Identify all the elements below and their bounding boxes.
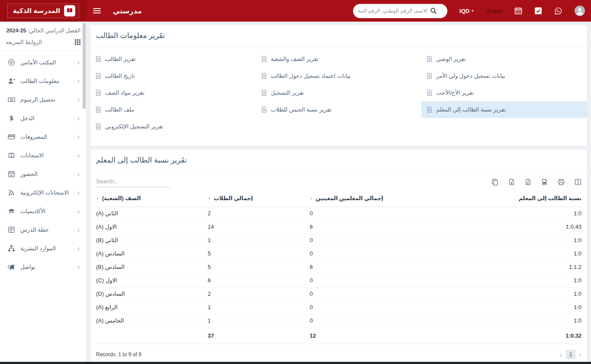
excel-export-icon[interactable] xyxy=(508,179,515,185)
report-link[interactable]: بيانات اعتماد تسجيل دخول الطالب xyxy=(256,67,422,84)
report-link[interactable]: تقرير نسبة الجنس للطلاب xyxy=(256,101,422,118)
prev-page-button[interactable]: ‹ xyxy=(560,351,562,358)
chevron-down-icon: ▼ xyxy=(471,9,474,13)
search-icon[interactable] xyxy=(430,7,437,14)
table-row: الثاني (B)101:0 xyxy=(96,234,581,247)
sidebar-item-2[interactable]: تحصيل الرسوم‹ xyxy=(0,90,86,109)
report-link-active[interactable]: تقرير نسبة الطالب إلى المعلم xyxy=(421,101,587,118)
sidebar-item-1[interactable]: معلومات الطالب‹ xyxy=(0,72,86,90)
document-icon xyxy=(427,89,432,96)
column-header-1[interactable]: ▼إجمالي الطلاب xyxy=(208,191,310,207)
sort-caret-icon: ▼ xyxy=(310,197,313,201)
column-header-2[interactable]: ▼إجمالي المعلمين المعينين xyxy=(310,191,460,207)
document-icon xyxy=(261,73,267,79)
report-link[interactable]: بيانات تسجيل دخول ولي الأمر xyxy=(421,67,587,84)
sidebar-item-8[interactable]: الأكاديميات‹ xyxy=(0,202,86,220)
cell-ratio: 1:0.43 xyxy=(460,220,581,234)
cell-total-teachers: 0 xyxy=(310,207,460,220)
chevron-left-icon: ‹ xyxy=(77,171,80,178)
pdf-export-icon[interactable] xyxy=(541,179,548,185)
cell-total-students: 5 xyxy=(208,261,310,274)
sidebar-item-label: تواصل xyxy=(20,264,35,270)
wireless-icon xyxy=(8,189,16,196)
sidebar-item-label: المكتب الأمامي xyxy=(20,59,56,66)
sidebar-item-10[interactable]: الموارد البشرية‹ xyxy=(0,239,86,258)
cell-class: السادس (A) xyxy=(96,247,208,261)
table-row: الاول (C)601:0 xyxy=(96,274,581,287)
records-count: Records: 1 to 9 of 9 xyxy=(96,351,141,358)
table-row: السادس (D)201:0 xyxy=(96,287,581,301)
report-link[interactable]: تقرير الطالب xyxy=(90,51,256,67)
brand-badge: المدرسة الذكية xyxy=(7,3,80,18)
sidebar-scrollbar[interactable] xyxy=(83,22,86,109)
currency-label: IQD xyxy=(459,8,469,14)
cell-class: الثاني (A) xyxy=(96,207,208,220)
report-link[interactable]: تقرير التسجيل xyxy=(256,84,422,101)
grid-icon[interactable] xyxy=(75,39,80,45)
cell-class: الثاني (B) xyxy=(96,234,208,247)
reports-column-0: تقرير الطالبتاريخ الطالبتقرير مواد الصفم… xyxy=(90,51,256,135)
report-link[interactable]: تقرير مواد الصف xyxy=(90,84,256,101)
whatsapp-icon[interactable] xyxy=(554,7,562,15)
report-link[interactable]: تاريخ الطالب xyxy=(90,67,256,84)
report-link-label: تقرير الوصي xyxy=(436,56,466,62)
sidebar-item-0[interactable]: المكتب الأمامي‹ xyxy=(0,53,86,72)
sidebar-item-6[interactable]: الحضور‹ xyxy=(0,165,86,183)
document-icon xyxy=(427,106,432,113)
report-link[interactable]: ملف الطالب xyxy=(90,101,256,118)
report-link[interactable]: تقرير التسجيل الإلكتروني xyxy=(90,118,256,135)
top-header: المدرسة الذكية مدرستي IQD▼ Arabic xyxy=(0,0,591,22)
column-header-label: نسبة الطالب إلى المعلم xyxy=(519,195,581,201)
cell-total-students: 1 xyxy=(208,314,310,328)
csv-export-icon[interactable] xyxy=(525,179,531,185)
totals-teachers: 12 xyxy=(310,328,460,344)
column-header-0[interactable]: ▼الصف (الشعبة) xyxy=(96,191,208,207)
report-link-label: تقرير نسبة الطالب إلى المعلم xyxy=(436,106,505,113)
graduation-cap-icon xyxy=(8,208,16,215)
reports-column-2: تقرير الوصيبيانات تسجيل دخول ولي الأمرتق… xyxy=(421,51,587,135)
semester-label: الفصل الدراسي الحالي: xyxy=(28,28,80,34)
copy-export-icon[interactable] xyxy=(491,179,498,185)
user-avatar[interactable] xyxy=(575,6,585,16)
report-link-label: بيانات اعتماد تسجيل دخول الطالب xyxy=(271,73,351,79)
table-totals-row: 37121:0.32 xyxy=(96,328,581,344)
current-page-button[interactable]: 1 xyxy=(566,350,575,359)
table-row: السادس (A)501:0 xyxy=(96,247,581,261)
cell-total-teachers: 0 xyxy=(310,247,460,261)
cell-class: الرابع (A) xyxy=(96,301,208,314)
sidebar-item-11[interactable]: تواصل‹ xyxy=(0,258,86,276)
cell-total-teachers: 0 xyxy=(310,274,460,287)
report-link[interactable]: تقرير الوصي xyxy=(421,51,587,67)
cell-total-teachers: 6 xyxy=(310,261,460,274)
menu-toggle-icon[interactable] xyxy=(93,7,101,15)
chevron-left-icon: ‹ xyxy=(77,264,80,271)
report-link-label: تاريخ الطالب xyxy=(105,73,135,79)
sidebar-item-3[interactable]: $الدخل‹ xyxy=(0,109,86,128)
sidebar-item-4[interactable]: المصروفات‹ xyxy=(0,128,86,146)
table-search-input[interactable] xyxy=(96,176,170,187)
chevron-left-icon: ‹ xyxy=(77,115,80,122)
sidebar-item-7[interactable]: الامتحانات الإلكترونية‹ xyxy=(0,183,86,202)
report-link-label: تقرير الطالب xyxy=(105,56,136,62)
calendar-icon[interactable] xyxy=(514,7,522,15)
brand-logo[interactable]: المدرسة الذكية xyxy=(0,0,87,22)
report-link[interactable]: تقرير الصف والشعبة xyxy=(256,51,422,67)
print-export-icon[interactable] xyxy=(558,179,565,185)
currency-dropdown[interactable]: IQD▼ xyxy=(459,8,474,14)
cell-total-students: 1 xyxy=(208,301,310,314)
global-search-input[interactable] xyxy=(358,8,427,14)
next-page-button[interactable]: › xyxy=(579,351,581,358)
sidebar-item-5[interactable]: الامتحانات‹ xyxy=(0,146,86,165)
report-link[interactable]: تقرير الأخ/الأخت xyxy=(421,84,587,101)
sidebar-item-9[interactable]: خطة الدرس‹ xyxy=(0,220,86,239)
language-dropdown[interactable]: Arabic xyxy=(486,8,502,14)
totals-class xyxy=(96,328,208,344)
tasks-icon[interactable] xyxy=(534,7,542,15)
sidebar-item-label: الأكاديميات xyxy=(20,208,45,214)
columns-export-icon[interactable] xyxy=(575,179,581,185)
org-chart-icon xyxy=(8,245,16,252)
chevron-left-icon: ‹ xyxy=(77,59,80,66)
chevron-left-icon: ‹ xyxy=(77,208,80,215)
document-icon xyxy=(427,73,432,79)
dollar-icon: $ xyxy=(8,115,16,122)
